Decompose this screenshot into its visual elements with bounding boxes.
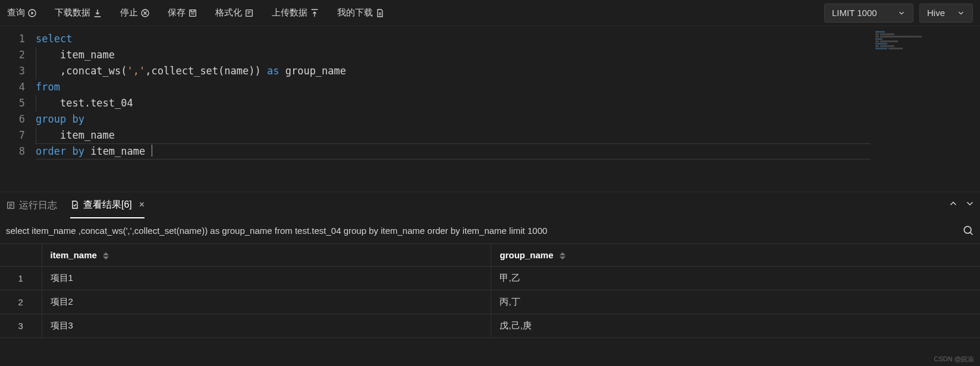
code-line[interactable]: ,concat_ws(',',collect_set(name)) as gro…: [36, 63, 980, 79]
results-panel: 运行日志 查看结果[6] × select item_name ,concat_…: [0, 192, 980, 338]
file-icon: [375, 8, 385, 18]
stop-icon: [140, 8, 150, 18]
table-cell: 戊,己,庚: [491, 314, 980, 338]
line-number: 2: [0, 47, 25, 63]
format-icon: [244, 8, 254, 18]
save-icon: [188, 8, 197, 18]
my-downloads-button[interactable]: 我的下载: [337, 7, 385, 18]
code-token: as: [267, 65, 279, 77]
code-line[interactable]: select: [36, 31, 980, 47]
query-label: 查询: [7, 7, 25, 18]
code-token: [66, 113, 72, 125]
code-token: group: [36, 113, 66, 125]
line-number: 7: [0, 127, 25, 143]
code-token: ,collect_set(name)): [145, 65, 267, 77]
save-button[interactable]: 保存: [168, 7, 197, 18]
code-token: from: [36, 81, 60, 93]
code-token: group_name: [279, 65, 346, 77]
row-number-cell: 3: [0, 314, 42, 338]
download-data-button[interactable]: 下载数据: [55, 7, 102, 18]
table-row[interactable]: 2项目2丙,丁: [0, 290, 980, 314]
format-button[interactable]: 格式化: [215, 7, 254, 18]
tab-result-label: 查看结果[6]: [83, 199, 132, 211]
sort-icon[interactable]: [560, 252, 566, 259]
table-row[interactable]: 3项目3戊,己,庚: [0, 314, 980, 338]
code-token: select: [36, 33, 72, 45]
code-token: ,concat_ws(: [60, 65, 127, 77]
search-icon[interactable]: [962, 224, 974, 236]
upload-label: 上传数据: [272, 7, 307, 18]
line-number: 4: [0, 79, 25, 95]
format-label: 格式化: [215, 7, 242, 18]
column-header-group-name[interactable]: group_name: [491, 244, 980, 267]
result-icon: [70, 200, 80, 209]
line-number: 6: [0, 111, 25, 127]
panel-tabs: 运行日志 查看结果[6] ×: [0, 192, 980, 218]
column-header-item-name[interactable]: item_name: [42, 244, 491, 267]
toolbar-left: 查询 下载数据 停止 保存 格式化 上传数据 我的下载: [7, 7, 385, 18]
table-cell: 项目2: [42, 290, 491, 314]
panel-controls: [948, 198, 975, 209]
engine-select[interactable]: Hive: [919, 4, 973, 23]
play-icon: [27, 8, 37, 18]
line-number: 3: [0, 63, 25, 79]
log-icon: [6, 201, 15, 210]
code-line[interactable]: from: [36, 79, 980, 95]
code-token: item_name: [60, 49, 115, 61]
table-cell: 项目1: [42, 267, 491, 290]
tab-view-result[interactable]: 查看结果[6] ×: [70, 192, 145, 218]
tab-log-label: 运行日志: [19, 199, 57, 212]
code-editor[interactable]: 12345678 select item_name ,concat_ws(','…: [0, 26, 980, 192]
minimap[interactable]: [875, 31, 976, 55]
query-button[interactable]: 查询: [7, 7, 37, 18]
code-area[interactable]: select item_name ,concat_ws(',',collect_…: [36, 26, 980, 192]
download-icon: [93, 8, 102, 18]
row-number-cell: 1: [0, 267, 42, 290]
code-token: item_name: [60, 129, 115, 141]
upload-icon: [310, 8, 319, 18]
upload-data-button[interactable]: 上传数据: [272, 7, 319, 18]
code-line[interactable]: test.test_04: [36, 95, 980, 111]
chevron-down-icon: [957, 9, 965, 17]
sort-icon[interactable]: [103, 252, 109, 259]
code-line[interactable]: item_name: [36, 127, 980, 143]
line-number: 5: [0, 95, 25, 111]
col-1-label: group_name: [500, 250, 553, 260]
download-label: 下载数据: [55, 7, 90, 18]
table-cell: 丙,丁: [491, 290, 980, 314]
table-header-row: item_name group_name: [0, 244, 980, 267]
tab-run-log[interactable]: 运行日志: [6, 192, 57, 218]
chevron-down-icon: [897, 9, 906, 17]
col-0-label: item_name: [51, 250, 97, 260]
engine-value: Hive: [927, 8, 945, 18]
executed-query-text: select item_name ,concat_ws(',',collect_…: [6, 226, 956, 236]
row-number-cell: 2: [0, 290, 42, 314]
executed-query-row: select item_name ,concat_ws(',',collect_…: [0, 218, 980, 243]
code-token: test.test_04: [60, 97, 133, 109]
table-row[interactable]: 1项目1甲,乙: [0, 267, 980, 290]
line-number: 8: [0, 143, 25, 159]
table-cell: 项目3: [42, 314, 491, 338]
save-label: 保存: [168, 7, 186, 18]
limit-select[interactable]: LIMIT 1000: [824, 4, 913, 23]
code-token: ',': [127, 65, 146, 77]
row-number-header: [0, 244, 42, 267]
line-number: 1: [0, 31, 25, 47]
close-tab-icon[interactable]: ×: [139, 199, 145, 210]
code-line[interactable]: item_name: [36, 47, 980, 63]
line-gutter: 12345678: [0, 26, 36, 192]
mydl-label: 我的下载: [337, 7, 373, 18]
code-token: by: [72, 113, 84, 125]
expand-icon[interactable]: [965, 198, 975, 209]
code-line[interactable]: group by: [36, 111, 980, 127]
collapse-icon[interactable]: [948, 198, 959, 209]
table-cell: 甲,乙: [491, 267, 980, 290]
svg-point-5: [964, 226, 971, 233]
stop-label: 停止: [120, 7, 138, 18]
watermark: CSDN @皖渝: [934, 355, 974, 364]
toolbar: 查询 下载数据 停止 保存 格式化 上传数据 我的下载 LIMIT 100: [0, 0, 980, 26]
limit-value: LIMIT 1000: [832, 8, 877, 18]
result-table: item_name group_name 1项目1甲,乙2项目2丙,丁3项目3戊…: [0, 243, 980, 338]
stop-button[interactable]: 停止: [120, 7, 150, 18]
svg-rect-2: [190, 10, 196, 16]
